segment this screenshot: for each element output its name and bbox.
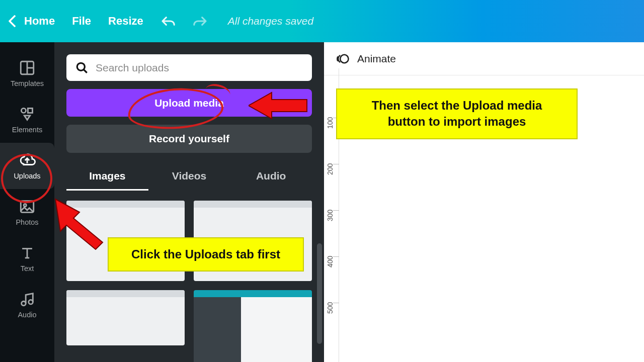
uploads-grid — [66, 201, 312, 362]
annotation-step2: Then select the Upload media button to i… — [336, 88, 578, 139]
animate-label: Animate — [357, 53, 396, 65]
side-rail: Templates Elements Uploads Photos Text A… — [0, 42, 54, 362]
chevron-left-icon — [8, 15, 21, 27]
rail-audio-label: Audio — [18, 311, 36, 319]
back-home[interactable]: Home — [10, 15, 55, 28]
svg-rect-4 — [28, 108, 32, 113]
home-label: Home — [24, 15, 55, 28]
uploads-icon — [19, 152, 36, 169]
photos-icon — [19, 198, 36, 215]
upload-media-label: Upload media — [154, 97, 224, 109]
upload-thumbnail[interactable] — [66, 290, 185, 345]
rail-elements[interactable]: Elements — [0, 97, 54, 143]
search-uploads[interactable] — [66, 54, 312, 81]
rail-photos[interactable]: Photos — [0, 189, 54, 235]
resize-label: Resize — [108, 15, 143, 28]
undo-button[interactable] — [160, 16, 176, 27]
redo-button[interactable] — [193, 16, 208, 27]
svg-point-11 — [340, 54, 348, 62]
svg-line-10 — [84, 69, 87, 73]
annotation-step1: Click the Uploads tab first — [108, 237, 304, 272]
templates-icon — [19, 59, 36, 76]
rail-uploads-label: Uploads — [14, 172, 40, 180]
rail-photos-label: Photos — [16, 218, 38, 226]
file-menu[interactable]: File — [72, 15, 91, 28]
upload-media-button[interactable]: Upload media — [66, 89, 312, 117]
animate-button[interactable]: Animate — [336, 52, 396, 66]
rail-text[interactable]: Text — [0, 235, 54, 282]
tab-images[interactable]: Images — [66, 170, 148, 191]
search-icon — [75, 61, 89, 74]
save-status: All changes saved — [228, 15, 313, 27]
context-toolbar: Animate — [324, 42, 644, 75]
file-label: File — [72, 15, 91, 28]
audio-icon — [19, 291, 36, 308]
rail-audio[interactable]: Audio — [0, 282, 54, 328]
svg-point-3 — [21, 108, 26, 113]
panel-scrollbar[interactable] — [317, 243, 322, 344]
svg-point-6 — [24, 204, 26, 207]
undo-icon — [160, 16, 176, 27]
tab-audio[interactable]: Audio — [230, 170, 312, 191]
rail-uploads[interactable]: Uploads — [0, 143, 54, 189]
rail-templates[interactable]: Templates — [0, 50, 54, 97]
svg-point-9 — [77, 63, 85, 70]
rail-elements-label: Elements — [12, 126, 42, 134]
tab-videos[interactable]: Videos — [148, 170, 230, 191]
elements-icon — [19, 106, 36, 123]
rail-templates-label: Templates — [11, 79, 44, 87]
uploads-tabs: Images Videos Audio — [66, 170, 312, 191]
record-yourself-button[interactable]: Record yourself — [66, 125, 312, 152]
animate-icon — [336, 52, 350, 66]
resize-menu[interactable]: Resize — [108, 15, 143, 28]
text-icon — [19, 244, 36, 261]
top-bar: Home File Resize All changes saved — [0, 0, 644, 42]
redo-icon — [193, 16, 208, 27]
upload-thumbnail[interactable] — [194, 290, 312, 362]
uploads-panel: Upload media Record yourself Images Vide… — [54, 42, 324, 362]
record-yourself-label: Record yourself — [149, 133, 229, 145]
rail-text-label: Text — [21, 264, 34, 273]
search-input[interactable] — [96, 62, 303, 74]
